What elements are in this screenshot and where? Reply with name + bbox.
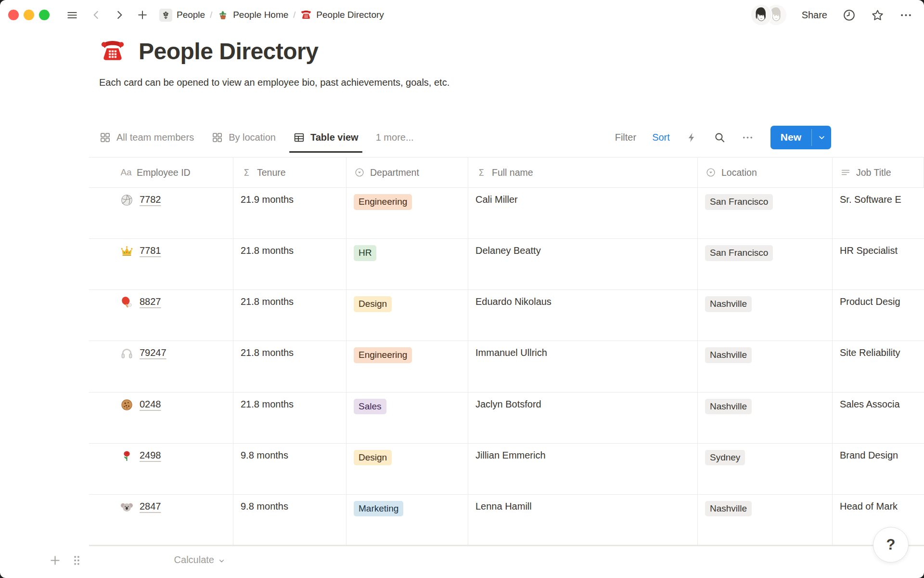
full-name-cell[interactable]: Cali Miller <box>468 188 698 238</box>
column-header-1[interactable]: Σ Tenure <box>233 158 346 187</box>
nav-forward-icon[interactable] <box>113 9 126 21</box>
employee-id-link[interactable]: 7781 <box>140 245 161 256</box>
job-title-cell[interactable]: Site Reliability <box>833 341 924 392</box>
tenure-cell[interactable]: 21.8 months <box>233 341 346 392</box>
zoom-window-button[interactable] <box>39 10 50 20</box>
full-name-cell[interactable]: Eduardo Nikolaus <box>468 290 698 341</box>
full-name-cell[interactable]: Delaney Beatty <box>468 239 698 289</box>
location-cell[interactable]: Nashville <box>698 495 833 545</box>
favorite-star-icon[interactable] <box>871 9 884 22</box>
collaborator-avatars[interactable] <box>751 5 786 25</box>
volleyball-icon <box>120 194 133 207</box>
page-emoji-red-telephone[interactable] <box>99 38 126 65</box>
table-row[interactable]: 2498 9.8 months Design Jillian Emmerich … <box>89 444 924 495</box>
full-name-cell[interactable]: Jillian Emmerich <box>468 444 698 494</box>
column-label: Job Title <box>856 167 891 178</box>
tenure-cell[interactable]: 9.8 months <box>233 495 346 545</box>
department-cell[interactable]: Engineering <box>346 341 468 392</box>
employee-id-cell[interactable]: 0248 <box>89 393 233 443</box>
column-header-0[interactable]: Aa Employee ID <box>89 158 233 187</box>
tab-by-location[interactable]: By location <box>211 121 276 153</box>
employee-id-cell[interactable]: 7781 <box>89 239 233 289</box>
tenure-cell[interactable]: 21.8 months <box>233 393 346 443</box>
view-options-icon[interactable] <box>742 131 754 144</box>
tenure-cell[interactable]: 21.8 months <box>233 239 346 289</box>
employee-id-cell[interactable]: 7782 <box>89 188 233 238</box>
nav-back-icon[interactable] <box>90 9 103 21</box>
minimize-window-button[interactable] <box>24 10 34 20</box>
column-header-2[interactable]: Department <box>346 158 468 187</box>
more-views-button[interactable]: 1 more... <box>376 132 414 143</box>
employee-id-cell[interactable]: 79247 <box>89 341 233 392</box>
employee-id-cell[interactable]: 8827 <box>89 290 233 341</box>
breadcrumb-item-people-home[interactable]: People Home <box>217 9 288 21</box>
department-cell[interactable]: Marketing <box>346 495 468 545</box>
employee-id-cell[interactable]: 2847 <box>89 495 233 545</box>
close-window-button[interactable] <box>8 10 19 20</box>
breadcrumb-item-people[interactable]: People <box>159 9 205 22</box>
column-header-5[interactable]: Job Title <box>833 158 924 187</box>
job-title-cell[interactable]: Product Desig <box>833 290 924 341</box>
drag-handle-icon[interactable] <box>70 554 83 567</box>
table-row[interactable]: 8827 21.8 months Design Eduardo Nikolaus… <box>89 290 924 341</box>
column-header-3[interactable]: Σ Full name <box>468 158 698 187</box>
search-icon[interactable] <box>714 131 726 144</box>
job-title-cell[interactable]: HR Specialist <box>833 239 924 289</box>
calculate-label: Calculate <box>174 554 214 565</box>
table-row[interactable]: 7782 21.9 months Engineering Cali Miller… <box>89 188 924 239</box>
tenure-cell[interactable]: 21.9 months <box>233 188 346 238</box>
job-title-cell[interactable]: Sales Associa <box>833 393 924 443</box>
employee-id-link[interactable]: 2847 <box>140 501 161 512</box>
employee-id-link[interactable]: 79247 <box>140 347 167 358</box>
column-label: Location <box>721 167 757 178</box>
department-cell[interactable]: HR <box>346 239 468 289</box>
tab-all-team-members[interactable]: All team members <box>99 121 194 153</box>
page-title[interactable]: People Directory <box>139 39 318 65</box>
employee-id-link[interactable]: 7782 <box>140 194 161 205</box>
new-button[interactable]: New <box>770 126 811 149</box>
share-button[interactable]: Share <box>802 10 827 21</box>
new-dropdown-button[interactable] <box>812 126 831 149</box>
page-description[interactable]: Each card can be opened to view an emplo… <box>99 77 449 88</box>
location-cell[interactable]: Sydney <box>698 444 833 494</box>
location-cell[interactable]: San Francisco <box>698 239 833 289</box>
breadcrumb-item-people-directory[interactable]: People Directory <box>300 9 384 21</box>
employee-id-cell[interactable]: 2498 <box>89 444 233 494</box>
location-cell[interactable]: Nashville <box>698 290 833 341</box>
more-options-icon[interactable] <box>899 9 912 22</box>
location-cell[interactable]: San Francisco <box>698 188 833 238</box>
new-tab-icon[interactable] <box>136 9 149 21</box>
automations-bolt-icon[interactable] <box>686 131 698 144</box>
employee-id-link[interactable]: 2498 <box>140 450 161 461</box>
sidebar-menu-icon[interactable] <box>66 9 78 21</box>
ping-pong-icon <box>120 296 133 309</box>
job-title-cell[interactable]: Sr. Software E <box>833 188 924 238</box>
updates-clock-icon[interactable] <box>843 9 856 22</box>
location-cell[interactable]: Nashville <box>698 341 833 392</box>
full-name-cell[interactable]: Immanuel Ullrich <box>468 341 698 392</box>
table-row[interactable]: 79247 21.8 months Engineering Immanuel U… <box>89 341 924 392</box>
column-header-4[interactable]: Location <box>698 158 833 187</box>
department-cell[interactable]: Engineering <box>346 188 468 238</box>
employee-id-link[interactable]: 8827 <box>140 296 161 307</box>
job-title-cell[interactable]: Brand Design <box>833 444 924 494</box>
table-row[interactable]: 0248 21.8 months Sales Jaclyn Botsford N… <box>89 393 924 444</box>
full-name-cell[interactable]: Lenna Hamill <box>468 495 698 545</box>
add-row-plus-icon[interactable] <box>49 554 62 567</box>
department-cell[interactable]: Sales <box>346 393 468 443</box>
department-cell[interactable]: Design <box>346 290 468 341</box>
calculate-dropdown[interactable]: Calculate <box>89 554 226 565</box>
tenure-cell[interactable]: 9.8 months <box>233 444 346 494</box>
filter-button[interactable]: Filter <box>615 132 636 143</box>
department-cell[interactable]: Design <box>346 444 468 494</box>
employee-id-link[interactable]: 0248 <box>140 399 161 410</box>
location-cell[interactable]: Nashville <box>698 393 833 443</box>
sort-button[interactable]: Sort <box>652 132 670 143</box>
help-button[interactable]: ? <box>873 527 909 563</box>
full-name-cell[interactable]: Jaclyn Botsford <box>468 393 698 443</box>
breadcrumb-label: People Directory <box>316 10 384 20</box>
tab-table-view[interactable]: Table view <box>293 121 359 153</box>
table-row[interactable]: 2847 9.8 months Marketing Lenna Hamill N… <box>89 495 924 546</box>
table-row[interactable]: 7781 21.8 months HR Delaney Beatty San F… <box>89 239 924 290</box>
tenure-cell[interactable]: 21.8 months <box>233 290 346 341</box>
